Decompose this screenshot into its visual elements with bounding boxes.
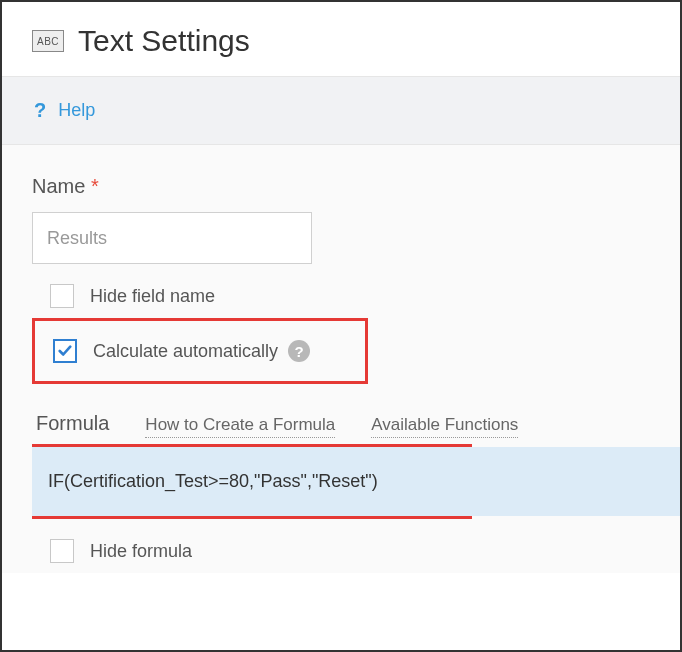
page-title: Text Settings bbox=[78, 24, 250, 58]
checkmark-icon bbox=[58, 344, 72, 358]
formula-input[interactable]: IF(Certification_Test>=80,"Pass","Reset"… bbox=[32, 447, 682, 516]
calc-auto-checkbox[interactable] bbox=[53, 339, 77, 363]
functions-link[interactable]: Available Functions bbox=[371, 415, 518, 438]
formula-title: Formula bbox=[36, 412, 109, 435]
help-bar[interactable]: ? Help bbox=[2, 76, 680, 145]
settings-form: Name * Hide field name Calculate automat… bbox=[2, 145, 680, 573]
help-icon: ? bbox=[34, 99, 46, 122]
formula-header: Formula How to Create a Formula Availabl… bbox=[32, 412, 650, 438]
hide-field-name-checkbox[interactable] bbox=[50, 284, 74, 308]
hide-formula-row[interactable]: Hide formula bbox=[32, 539, 650, 563]
formula-highlight: IF(Certification_Test>=80,"Pass","Reset"… bbox=[32, 444, 472, 519]
hide-formula-label: Hide formula bbox=[90, 541, 192, 562]
hide-field-name-label: Hide field name bbox=[90, 286, 215, 307]
help-link[interactable]: Help bbox=[58, 100, 95, 121]
text-field-icon: ABC bbox=[32, 30, 64, 52]
howto-link[interactable]: How to Create a Formula bbox=[145, 415, 335, 438]
formula-text: IF(Certification_Test>=80,"Pass","Reset"… bbox=[48, 471, 482, 492]
page-header: ABC Text Settings bbox=[2, 2, 680, 76]
info-icon[interactable]: ? bbox=[288, 340, 310, 362]
calc-auto-row[interactable]: Calculate automatically ? bbox=[49, 339, 351, 363]
hide-formula-checkbox[interactable] bbox=[50, 539, 74, 563]
name-input[interactable] bbox=[32, 212, 312, 264]
calc-auto-label: Calculate automatically bbox=[93, 341, 278, 362]
required-asterisk: * bbox=[91, 175, 99, 197]
name-label-text: Name bbox=[32, 175, 85, 197]
hide-field-name-row[interactable]: Hide field name bbox=[32, 284, 650, 308]
calc-auto-highlight: Calculate automatically ? bbox=[32, 318, 368, 384]
name-label: Name * bbox=[32, 175, 650, 198]
